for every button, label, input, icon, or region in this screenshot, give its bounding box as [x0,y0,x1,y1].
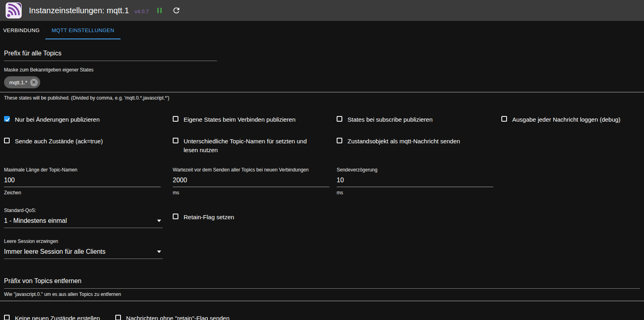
checkbox-publish-on-subscribe[interactable]: States bei subscribe publizieren [337,115,501,124]
page-title: Instanzeinstellungen: mqtt.1 [29,6,129,15]
checkbox-publish-own-on-connect[interactable]: Eigene States beim Verbinden publizieren [173,115,337,124]
settings-tabs: VERBINDUNG MQTT EINSTELLUNGEN [0,21,644,39]
checkbox-label: Sende auch Zustände (ack=true) [15,137,103,146]
dropdown-arrow-icon [157,251,161,253]
max-topic-length-field: Maximale Länge der Topic-Namen 100 Zeich… [4,167,161,196]
checkbox-label: Zustandsobjekt als mqtt-Nachricht senden [348,137,460,146]
app-header: Instanzeinstellungen: mqtt.1 v4.0.7 [0,0,644,21]
qos-selected-value: 1 - Mindestens einmal [4,217,67,224]
send-wait-input[interactable]: 2000 [173,177,329,187]
max-topic-length-input[interactable]: 100 [4,177,161,187]
refresh-icon [172,6,181,15]
adapter-version: v4.0.7 [135,8,149,14]
divider [0,301,644,301]
checkbox-box[interactable] [4,315,10,320]
checkbox-send-ack-states[interactable]: Sende auch Zustände (ack=true) [4,137,173,146]
mask-helper-text: These states will be published. (Divided… [4,95,640,101]
select-label: Leere Session erzwingen [4,238,163,245]
checkbox-label: States bei subscribe publizieren [348,115,433,124]
pause-button[interactable] [153,4,166,16]
checkbox-label: Retain-Flag setzen [184,213,234,222]
checkbox-no-retain-flag[interactable]: Nachrichten ohne "retain"-Flag senden [115,314,229,320]
mask-chip-row: mqtt.1.* ✕ [4,76,640,88]
remove-chip-icon[interactable]: ✕ [30,79,38,86]
clean-session-select[interactable]: Leere Session erzwingen Immer leere Sess… [4,238,163,259]
pause-icon [155,6,164,15]
qos-select[interactable]: Standard-QoS: 1 - Mindestens einmal [4,208,163,228]
checkbox-label: Nur bei Änderungen publizieren [15,115,100,124]
checkbox-label: Keine neuen Zustände erstellen [15,314,100,320]
remove-prefix-input[interactable]: Präfix von Topics entfernen [4,277,640,289]
select-label: Standard-QoS: [4,208,163,214]
checkbox-box[interactable] [4,138,10,143]
divider [0,92,644,92]
qos-row: Standard-QoS: 1 - Mindestens einmal Reta… [4,208,640,228]
checkbox-box[interactable] [173,138,178,143]
mask-label: Maske zum Bekanntgeben eigener States [4,67,640,73]
checkbox-debug-log[interactable]: Ausgabe jeder Nachricht loggen (debug) [501,115,640,124]
mqtt-adapter-logo [6,2,22,18]
checkbox-box[interactable] [173,116,178,122]
mask-chip[interactable]: mqtt.1.* ✕ [4,76,40,88]
field-helper: ms [337,190,493,196]
field-helper: Zeichen [4,190,161,196]
tab-verbindung[interactable]: VERBINDUNG [0,21,45,39]
remove-prefix-helper: Wie "javascript.0." um es aus allen Topi… [4,291,640,297]
send-delay-field: Sendeverzögerung 10 ms [337,167,493,196]
number-fields-row: Maximale Länge der Topic-Namen 100 Zeich… [4,167,640,196]
mask-chip-text: mqtt.1.* [9,79,27,86]
checkbox-box[interactable] [337,116,342,122]
checkbox-retain-flag[interactable]: Retain-Flag setzen [173,213,234,222]
tab-mqtt-einstellungen[interactable]: MQTT EINSTELLUNGEN [45,21,121,39]
send-delay-input[interactable]: 10 [337,177,493,187]
checkbox-publish-on-change[interactable]: Nur bei Änderungen publizieren [4,115,173,124]
checkbox-state-object-as-message[interactable]: Zustandsobjekt als mqtt-Nachricht senden [337,137,501,146]
send-wait-field: Wartezeit vor dem Senden aller Topics be… [173,167,329,196]
checkbox-box[interactable] [115,315,121,320]
checkbox-no-new-states[interactable]: Keine neuen Zustände erstellen [4,314,100,320]
dropdown-arrow-icon [157,220,161,222]
checkbox-row-1: Nur bei Änderungen publizieren Eigene St… [4,115,640,124]
checkbox-label: Ausgabe jeder Nachricht loggen (debug) [512,115,620,124]
field-helper: ms [173,190,329,196]
settings-content: Prefix für alle Topics Maske zum Bekannt… [0,50,644,320]
checkbox-box[interactable] [501,116,507,122]
checkbox-different-topic-names[interactable]: Unterschiedliche Topic-Namen für setzten… [173,137,337,155]
refresh-button[interactable] [170,4,182,16]
prefix-input[interactable]: Prefix für alle Topics [4,50,217,61]
field-label: Sendeverzögerung [337,167,493,173]
checkbox-row-2: Sende auch Zustände (ack=true) Unterschi… [4,137,640,155]
checkbox-box[interactable] [337,138,342,143]
checkbox-label: Nachrichten ohne "retain"-Flag senden [126,314,229,320]
checkbox-label: Eigene States beim Verbinden publizieren [184,115,296,124]
remove-prefix-section: Präfix von Topics entfernen Wie "javascr… [4,277,640,301]
field-label: Maximale Länge der Topic-Namen [4,167,161,173]
field-label: Wartezeit vor dem Senden aller Topics be… [173,167,329,173]
checkbox-box[interactable] [4,116,10,122]
clean-session-selected-value: Immer leere Session für alle Clients [4,248,106,255]
checkbox-label: Unterschiedliche Topic-Namen für setzten… [184,137,320,155]
bottom-checkbox-row: Keine neuen Zustände erstellen Nachricht… [4,314,640,320]
checkbox-box[interactable] [173,214,178,219]
